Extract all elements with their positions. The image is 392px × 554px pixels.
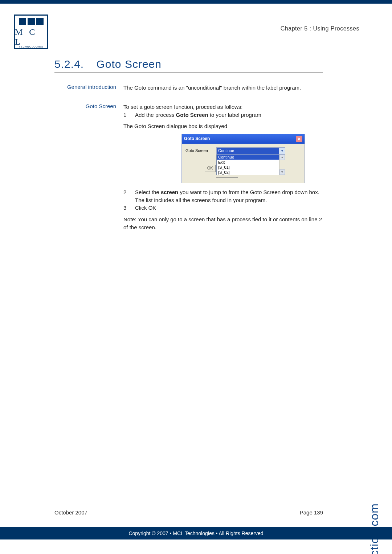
step-1-text: Add the process Goto Screen to your labe… xyxy=(135,111,323,119)
step-2-text-a: Select the xyxy=(135,189,161,195)
step-2-num: 2 xyxy=(123,188,128,204)
combo-option[interactable]: Continue xyxy=(217,155,285,160)
logo-subtext: TECHNOLOGIES xyxy=(19,45,44,48)
step-1-num: 1 xyxy=(123,111,128,119)
copyright-bar: Copyright © 2007 • MCL Technologies • Al… xyxy=(0,527,392,539)
goto-screen-dialog: Goto Screen × Goto Screen Continue ▾ Con… xyxy=(181,134,305,183)
step-1-text-c: to your label program xyxy=(208,112,261,118)
step-3: 3 Click OK xyxy=(123,204,323,212)
intro-text: The Goto command is an "unconditional" b… xyxy=(123,84,323,92)
chevron-down-icon[interactable]: ▾ xyxy=(279,147,285,155)
combo-option[interactable]: [S_01] xyxy=(217,165,285,170)
intro-block: General introduction The Goto command is… xyxy=(54,81,323,95)
dialog-title-text: Goto Screen xyxy=(184,136,210,142)
scroll-up-icon[interactable]: ▴ xyxy=(279,155,285,160)
dialog-titlebar: Goto Screen × xyxy=(182,134,305,144)
combo-option[interactable]: Exit xyxy=(217,160,285,165)
logo-wave xyxy=(19,26,44,28)
close-icon[interactable]: × xyxy=(296,136,302,142)
step-3-num: 3 xyxy=(123,204,128,212)
dialog-intro-line: The Goto Screen dialogue box is displaye… xyxy=(123,122,323,130)
main-content: 5.2.4. Goto Screen General introduction … xyxy=(54,58,323,239)
ok-button[interactable]: OK xyxy=(205,165,216,172)
combo-dropdown[interactable]: Continue Exit [S_01] [S_02] ▴ ▾ xyxy=(216,155,285,175)
chapter-header: Chapter 5 : Using Processes xyxy=(281,25,359,32)
intro-label: General introduction xyxy=(54,84,123,92)
step-3-text: Click OK xyxy=(135,204,323,212)
scroll-down-icon[interactable]: ▾ xyxy=(279,169,285,175)
goto-screen-combo[interactable]: Continue ▾ Continue Exit [S_01] [S_02] ▴ xyxy=(216,147,301,178)
dropdown-scrollbar[interactable]: ▴ ▾ xyxy=(279,155,285,175)
dialog-separator xyxy=(216,177,238,178)
logo-squares xyxy=(19,18,44,25)
combo-option[interactable]: [S_02] xyxy=(217,170,285,175)
step-2-text-b: screen xyxy=(161,189,178,195)
dialog-body: Goto Screen Continue ▾ Continue Exit [S_… xyxy=(182,144,305,183)
footer-line: October 2007 Page 139 xyxy=(54,509,323,516)
section-heading-row: 5.2.4. Goto Screen xyxy=(54,58,323,73)
procedure-body: To set a goto screen function, proceed a… xyxy=(123,103,323,231)
section-title: Goto Screen xyxy=(97,58,162,70)
procedure-block: Goto Screen To set a goto screen functio… xyxy=(54,100,323,234)
dialog-field-label: Goto Screen xyxy=(185,147,213,154)
combo-selected[interactable]: Continue xyxy=(216,147,279,155)
note-text: Note: You can only go to a screen that h… xyxy=(123,216,323,231)
step-1-text-a: Add the process xyxy=(135,112,176,118)
procedure-label: Goto Screen xyxy=(54,103,123,231)
footer-date: October 2007 xyxy=(54,509,87,516)
step-1: 1 Add the process Goto Screen to your la… xyxy=(123,111,323,119)
logo-letters: M C L xyxy=(15,27,47,47)
mcl-logo: M C L TECHNOLOGIES xyxy=(14,15,48,49)
procedure-lead: To set a goto screen function, proceed a… xyxy=(123,103,323,111)
top-accent-bar xyxy=(0,0,392,4)
step-2: 2 Select the screen you want to jump to … xyxy=(123,188,323,204)
footer-page: Page 139 xyxy=(300,509,323,516)
step-2-text: Select the screen you want to jump to fr… xyxy=(135,188,323,204)
step-1-text-b: Goto Screen xyxy=(176,112,208,118)
section-number: 5.2.4. xyxy=(54,58,84,70)
